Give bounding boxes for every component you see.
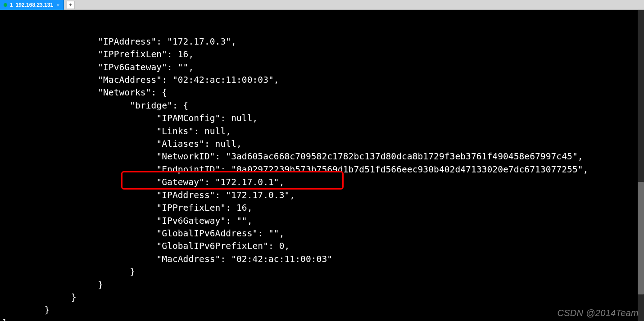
terminal-pane[interactable]: "IPAddress": "172.17.0.3", "IPPrefixLen"…	[0, 10, 644, 321]
line-gateway: "Gateway": "172.17.0.1",	[156, 177, 284, 187]
line-macaddress-bridge: "MacAddress": "02:42:ac:11:00:03"	[156, 254, 332, 264]
line-links: "Links": null,	[156, 126, 231, 136]
tab-bar: 1 192.168.23.131 × +	[0, 0, 644, 10]
line-ipaddress-top: "IPAddress": "172.17.0.3",	[98, 36, 236, 47]
line-ipv6gateway-top: "IPv6Gateway": "",	[98, 62, 194, 72]
line-networks-close: }	[98, 280, 103, 290]
terminal-output: "IPAddress": "172.17.0.3", "IPPrefixLen"…	[0, 36, 644, 321]
line-endpointid: "EndpointID": "8a02972239b573b7569d1b7d5…	[156, 164, 588, 175]
line-ipprefixlen-top: "IPPrefixLen": 16,	[98, 49, 194, 59]
watermark-text: CSDN @2014Team	[557, 307, 639, 319]
new-tab-button[interactable]: +	[67, 1, 75, 9]
terminal-tab-active[interactable]: 1 192.168.23.131 ×	[0, 0, 64, 10]
line-ipv6gateway-bridge: "IPv6Gateway": "",	[156, 216, 252, 226]
line-bridge-open: "bridge": {	[130, 100, 188, 111]
line-networkid: "NetworkID": "3ad605ac668c709582c1782bc1…	[156, 151, 583, 162]
tab-index: 1	[10, 2, 13, 8]
scrollbar-track[interactable]	[638, 10, 644, 321]
line-bridge-close: }	[130, 267, 135, 277]
line-aliases: "Aliases": null,	[156, 139, 241, 149]
line-globalipv6prefixlen: "GlobalIPv6PrefixLen": 0,	[156, 241, 290, 251]
line-array-close: ]	[2, 318, 7, 321]
line-outer-close: }	[45, 305, 50, 315]
line-globalipv6addr: "GlobalIPv6Address": "",	[156, 228, 284, 239]
tab-title: 192.168.23.131	[16, 2, 53, 8]
line-networks-open: "Networks": {	[98, 87, 167, 98]
line-obj-close: }	[71, 292, 77, 303]
line-ipaddress-bridge: "IPAddress": "172.17.0.3",	[156, 190, 295, 200]
close-tab-icon[interactable]: ×	[56, 2, 60, 8]
status-dot-icon	[4, 3, 7, 7]
line-ipamconfig: "IPAMConfig": null,	[156, 113, 258, 123]
line-macaddress-top: "MacAddress": "02:42:ac:11:00:03",	[98, 75, 279, 85]
line-ipprefixlen-bridge: "IPPrefixLen": 16,	[156, 203, 252, 213]
scrollbar-thumb[interactable]	[638, 182, 644, 294]
